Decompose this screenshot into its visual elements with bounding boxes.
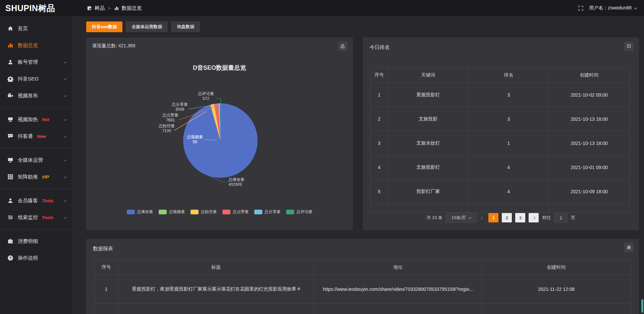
header-right: 用户名：zswodun88: [578, 5, 644, 11]
legend-swatch: [159, 210, 167, 214]
hot-badge: Hot: [42, 117, 49, 122]
sidebar-item-matrix-boost[interactable]: 矩阵助推 VIP: [0, 168, 72, 185]
sidebar-item-video-heat[interactable]: 视频加热 Hot: [0, 111, 72, 128]
cell-rank: 3: [469, 107, 549, 131]
cell-keyword: 文旅水纹灯: [388, 131, 469, 155]
page-size-value: 10条/页: [451, 215, 466, 221]
table-header-row: 序号 关键词 排名 创建时间: [371, 67, 630, 83]
sidebar-item-expense-detail[interactable]: 消费明细: [0, 233, 72, 250]
pie-label-name: 总视频量: [181, 135, 209, 140]
cell-rank: 3: [469, 83, 549, 107]
table-row-stub: [95, 304, 631, 314]
total-count: 共 23 条: [427, 215, 443, 221]
sidebar-item-omnimedia[interactable]: 全媒体运营: [0, 152, 72, 168]
page-button-2[interactable]: 2: [502, 213, 512, 222]
page-button-3[interactable]: 3: [515, 213, 525, 222]
pie-label-name: 总评论量: [192, 91, 220, 96]
breadcrumb-current[interactable]: 数据总览: [122, 5, 142, 11]
cell-keyword: 文旅投影: [388, 107, 469, 131]
table-row[interactable]: 3 文旅水纹灯 1 2021-10-13 18:00: [371, 131, 630, 155]
goto-page-input[interactable]: [554, 213, 568, 222]
sidebar-item-account[interactable]: 账号管理: [0, 54, 72, 70]
pie-label-name: 总分享量: [166, 102, 194, 107]
fullscreen-icon[interactable]: [578, 5, 584, 11]
day-badge-button[interactable]: 日: [624, 42, 634, 51]
legend-item-fans[interactable]: 总粉丝量: [191, 209, 217, 215]
table-row[interactable]: 2 文旅投影 3 2021-10-13 18:00: [371, 107, 630, 131]
chevron-down-icon: [64, 200, 66, 202]
sidebar-item-label: 操作说明: [18, 255, 38, 261]
sidebar-item-video-publish[interactable]: 视频发布: [0, 87, 72, 104]
pie-label-shares: 总分享量 3049: [166, 102, 194, 112]
col-rank: 排名: [469, 67, 549, 83]
tab-douyin-seo-data[interactable]: 抖音seo数据: [86, 21, 122, 32]
table-row[interactable]: 5 投影灯厂家 4 2021-10-09 18:00: [371, 179, 630, 204]
main-content: 抖音seo数据 全媒体运营数据 询盘数据 展现量总数: 421,369 总 D音…: [72, 16, 644, 314]
sidebar-divider: [0, 229, 72, 229]
sidebar-item-douyin-seo[interactable]: 抖音SEO: [0, 70, 72, 87]
chart-title: D音SEO数据量总览: [86, 64, 353, 72]
sidebar-item-member-burst[interactable]: 会员爆客 Tools: [0, 192, 72, 209]
pie-label-fans: 总粉丝量 7100: [153, 123, 181, 134]
legend-item-likes[interactable]: 总点赞量: [222, 209, 249, 215]
sidebar-item-data-overview[interactable]: 数据总览: [0, 37, 72, 54]
screen-icon: [7, 116, 13, 122]
sidebar-item-lead-monitor[interactable]: 线索监控 Tools: [0, 209, 72, 226]
col-created: 创建时间: [549, 67, 630, 83]
cell-created: 2021-10-13 18:00: [549, 131, 630, 155]
cell-index: 2: [371, 107, 388, 131]
legend-swatch: [286, 210, 294, 214]
prev-page-button[interactable]: [480, 217, 485, 219]
user-icon: [7, 59, 13, 65]
legend-item-shares[interactable]: 总分享量: [254, 209, 281, 215]
pie-label-comments: 总评论量 572: [192, 91, 220, 101]
breadcrumb-separator: >: [108, 6, 111, 11]
user-menu[interactable]: 用户名：zswodun88: [589, 5, 637, 11]
page-size-select[interactable]: 10条/页: [446, 213, 477, 223]
sidebar-item-label: 账号管理: [18, 59, 38, 65]
page-button-1[interactable]: 1: [488, 213, 498, 222]
chevron-down-icon: [64, 61, 66, 63]
bar-chart-icon: [114, 6, 119, 11]
legend-item-comments[interactable]: 总评论量: [286, 209, 313, 215]
cell-keyword: 投影灯厂家: [388, 179, 469, 204]
next-page-button[interactable]: [529, 213, 539, 222]
goto-label: 前往: [542, 215, 551, 221]
legend-item-videos[interactable]: 总视频量: [159, 209, 185, 215]
pie-label-plays: 总播放量 402909: [228, 177, 257, 187]
chevron-right-icon: [532, 216, 535, 219]
legend-label: 总粉丝量: [201, 209, 217, 215]
legend-item-plays[interactable]: 总播放量: [127, 209, 153, 215]
legend-label: 总播放量: [137, 209, 153, 215]
table-badge-button[interactable]: 表: [624, 243, 634, 252]
pie-label-name: 总点赞量: [156, 113, 184, 118]
total-badge-button[interactable]: 总: [338, 42, 347, 51]
chevron-down-icon: [64, 159, 66, 161]
table-row[interactable]: 1 景观投影灯，夜游景观投影灯厂家展示展示落花灯在花园里的灯光投影应用效果 # …: [95, 275, 631, 304]
pie-label-value: 7100: [153, 128, 181, 134]
username-label: 用户名：zswodun88: [589, 5, 632, 11]
grid-icon: [7, 174, 13, 180]
table-row[interactable]: 1 景观投影灯 3 2021-10-02 09:00: [371, 83, 630, 107]
sidebar-item-douketong[interactable]: 抖客通 New: [0, 128, 72, 145]
breadcrumb-home[interactable]: 树品: [95, 5, 105, 11]
pie-label-likes: 总点赞量 7681: [156, 113, 184, 123]
cell-created: 2021-10-09 18:00: [549, 179, 630, 204]
wallet-icon: [7, 238, 13, 244]
sidebar-item-home[interactable]: 首页: [0, 20, 72, 37]
today-ranking-panel: 今日排名 日 序号 关键词 排名 创建时间 1 景观投影灯 3: [363, 38, 639, 230]
tab-omnimedia-data[interactable]: 全媒体运营数据: [126, 21, 168, 32]
tab-inquiry-data[interactable]: 询盘数据: [171, 21, 200, 32]
sidebar-item-instructions[interactable]: ? 操作说明: [0, 250, 72, 266]
sidebar-item-label: 抖客通: [18, 133, 33, 140]
pie-label-value: 572: [192, 96, 220, 101]
tools-badge: Tools: [42, 215, 53, 220]
report-table: 序号 标题 地址 创建时间 1 景观投影灯，夜游景观投影灯厂家展示展示落花灯在花…: [94, 260, 631, 314]
table-row[interactable]: 4 文旅投影灯 4 2021-10-01 09:00: [371, 155, 630, 179]
legend-swatch: [254, 210, 262, 214]
cell-video-link[interactable]: https://www.iesdouyin.com/share/video/70…: [314, 275, 482, 304]
pie-label-value: 58: [181, 140, 209, 145]
ranking-table: 序号 关键词 排名 创建时间 1 景观投影灯 3 2021-10-02 09:0…: [370, 67, 630, 212]
scrollbar-thumb[interactable]: [641, 299, 643, 313]
chevron-down-icon: [64, 118, 66, 121]
